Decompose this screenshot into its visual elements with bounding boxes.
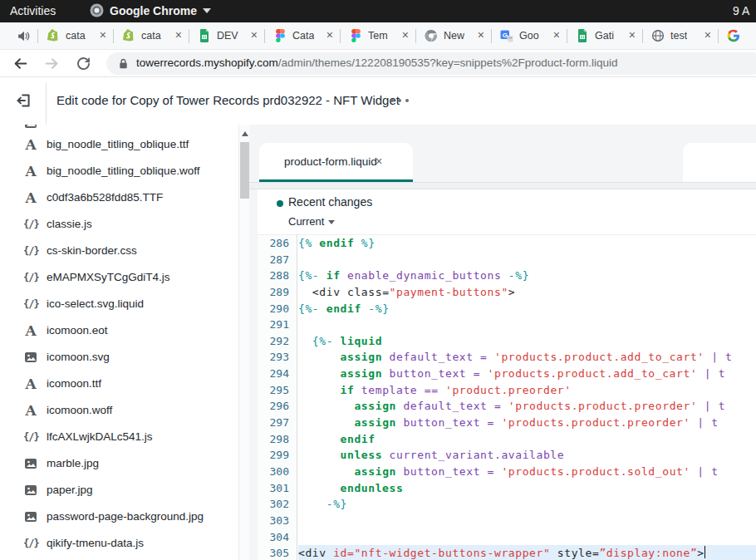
code-line[interactable]: {%- if enable_dynamic_buttons -%} [298,268,756,284]
file-item[interactable]: password-page-background.jpg [0,504,249,530]
code-line[interactable] [298,513,756,529]
code-line[interactable] [298,252,756,268]
padlock-icon [117,57,130,70]
file-item[interactable]: {/}classie.js [0,211,249,238]
forward-button[interactable] [44,56,60,71]
file-item[interactable]: icomoon.svg [0,344,249,371]
code-token: -%} [508,269,529,282]
code-token: 'products.product.preorder' [508,400,698,412]
code-line[interactable]: assign button_text = 'products.product.p… [298,415,756,431]
tab-title: DEV [217,30,238,42]
tab-close-icon[interactable]: × [704,29,711,42]
sheets-favicon-icon [576,29,589,42]
more-actions-button[interactable] [390,99,409,102]
code-token [697,367,704,380]
code-line[interactable]: -%} [298,496,756,513]
file-name: c0df3a6b528fdd85.TTF [47,191,163,204]
tab-close-icon[interactable]: × [478,29,484,42]
code-line[interactable]: {%- endif -%} [298,301,756,317]
speaker-icon[interactable] [17,29,31,43]
file-item[interactable]: Ac0df3a6b528fdd85.TTF [0,184,249,211]
code-line[interactable] [298,317,756,333]
code-line[interactable]: assign button_text = 'products.product.s… [298,464,756,480]
file-item[interactable]: Aicomoon.woff [0,397,249,424]
tab-close-icon[interactable]: × [553,29,560,42]
screen: Activities Google Chrome 9 A cata×cata×D… [0,0,756,560]
browser-tab[interactable]: Cata× [265,22,341,49]
browser-tab[interactable]: test× [643,22,719,49]
code-line[interactable]: unless current_variant.available [298,447,756,464]
revision-select[interactable]: Current [288,215,324,228]
separator-band [249,182,756,189]
address-bar[interactable]: towerrecords.myshopify.com/admin/themes/… [106,52,756,75]
scrollbar-thumb[interactable] [240,142,249,199]
browser-tab[interactable]: Tem× [341,22,416,49]
code-line[interactable]: <div class="payment-buttons"> [298,284,756,301]
code-token: 'products.product.sold_out' [501,465,690,478]
code-line[interactable]: assign default_text = 'products.product.… [298,349,756,366]
editor-tab-close-icon[interactable]: × [376,155,382,168]
file-item-partial[interactable] [0,125,249,131]
url-text[interactable]: towerrecords.myshopify.com/admin/themes/… [136,56,617,69]
file-item[interactable]: Aicomoon.ttf [0,371,249,397]
reload-button[interactable] [76,56,91,71]
browser-tab[interactable]: GGoo× [492,22,567,49]
font-file-icon: A [23,376,38,391]
tab-close-icon[interactable]: × [251,29,258,42]
activities-button[interactable]: Activities [10,4,56,17]
file-name: big_noodle_titling_oblique.woff [47,165,199,177]
browser-tab[interactable]: cata× [114,22,189,49]
file-item[interactable]: Abig_noodle_titling_oblique.woff [0,158,249,184]
file-item[interactable]: {/}ico-select.svg.liquid [0,291,249,317]
tab-close-icon[interactable]: × [629,29,636,42]
scroll-up-arrow-icon[interactable] [242,131,248,136]
file-item[interactable]: paper.jpg [0,477,249,504]
code-token [704,351,711,363]
clock[interactable]: 9 A [733,4,749,17]
code-token: assign [341,351,383,363]
back-button[interactable] [12,56,28,71]
file-item[interactable]: Aicomoon.eot [0,317,249,344]
code-line[interactable]: {% endif %} [298,235,756,252]
code-line[interactable]: {%- liquid [298,333,756,350]
tab-close-icon[interactable]: × [402,29,409,42]
header-divider [46,83,47,125]
line-number-gutter: 2862872882892902912922932942952962972982… [258,235,297,560]
code-line[interactable] [298,529,756,546]
tab-close-icon[interactable]: × [326,29,333,42]
lock-icon[interactable] [117,57,130,70]
code-line[interactable]: <div id="nft-widget-buttons-wrapper" sty… [298,545,756,560]
browser-tab[interactable]: cata× [38,22,114,49]
editor-file-tab[interactable]: product-form.liquid × [259,143,413,182]
file-item[interactable]: marble.jpg [0,450,249,477]
browser-tab[interactable]: Gati× [567,22,643,49]
image-file-icon [23,509,38,524]
browser-tab[interactable]: New× [416,22,492,49]
code-area[interactable]: 2862872882892902912922932942952962972982… [258,235,756,560]
file-item[interactable]: {/}cs-skin-border.css [0,238,249,264]
code-token [298,400,354,412]
browser-tab[interactable] [719,22,756,49]
tab-close-icon[interactable]: × [100,29,106,42]
code-line[interactable]: endunless [298,480,756,497]
tab-close-icon[interactable]: × [175,29,182,42]
file-item[interactable]: {/}qikify-tmenu-data.js [0,530,249,557]
file-item[interactable]: {/}lfcAXLwjkDALc541.js [0,424,249,450]
file-item[interactable]: {/}eMAPMXSyTCgGdiT4.js [0,264,249,291]
code-token: endif [341,433,376,445]
file-name: password-page-background.jpg [47,510,204,523]
code-token: enable_dynamic_buttons [341,269,508,282]
code-line[interactable]: endif [298,431,756,448]
browser-tab[interactable]: DEV× [189,22,265,49]
file-item[interactable]: Abig_noodle_titling_oblique.ttf [0,131,249,158]
chevron-down-icon[interactable] [328,220,335,224]
file-name: cs-skin-border.css [47,244,137,257]
tab-title: Cata [292,30,314,42]
sidebar-scrollbar[interactable] [238,125,249,560]
code-line[interactable]: assign button_text = 'products.product.a… [298,366,756,382]
code-line[interactable]: if template == 'product.preorder' [298,382,756,399]
code-line[interactable]: assign default_text = 'products.product.… [298,398,756,415]
exit-code-editor-button[interactable] [16,92,32,109]
code-token [298,351,341,363]
app-menu-button[interactable]: Google Chrome [90,3,211,17]
